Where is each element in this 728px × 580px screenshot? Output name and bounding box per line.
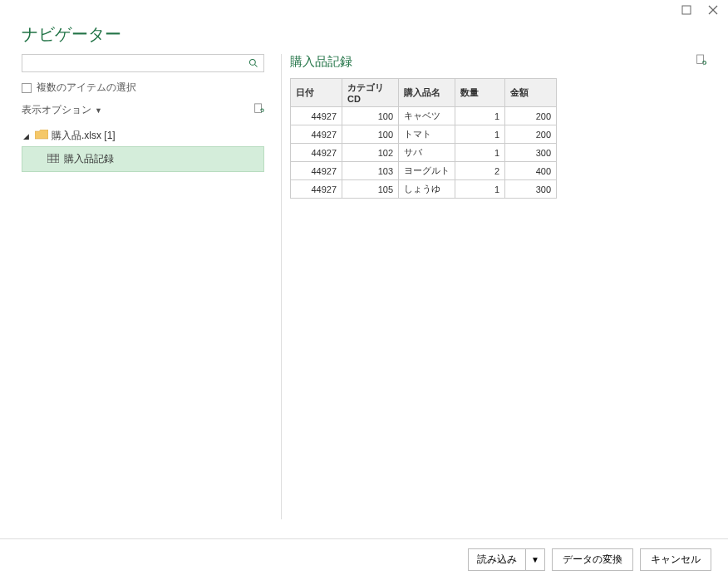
multiselect-label: 複数のアイテムの選択 bbox=[37, 81, 136, 95]
svg-rect-5 bbox=[255, 104, 262, 113]
svg-rect-0 bbox=[682, 6, 691, 14]
chevron-down-icon: ▼ bbox=[95, 106, 102, 115]
col-header-date: 日付 bbox=[291, 79, 342, 107]
display-options-dropdown[interactable]: 表示オプション ▼ bbox=[22, 103, 102, 117]
checkbox-icon bbox=[22, 83, 32, 93]
refresh-icon[interactable] bbox=[253, 103, 264, 117]
svg-point-3 bbox=[250, 60, 256, 66]
cancel-button[interactable]: キャンセル bbox=[640, 548, 711, 571]
load-button[interactable]: 読み込み bbox=[468, 548, 526, 571]
search-box[interactable] bbox=[22, 54, 264, 72]
svg-line-4 bbox=[255, 65, 258, 67]
cell-name: サバ bbox=[399, 144, 455, 162]
table-row: 44927100トマト1200 bbox=[291, 125, 557, 144]
folder-icon bbox=[35, 130, 48, 142]
cell-qty: 2 bbox=[455, 162, 505, 180]
col-header-amount: 金額 bbox=[505, 79, 557, 107]
cell-category: 103 bbox=[342, 162, 399, 180]
tree-file-node[interactable]: ◢ 購入品.xlsx [1] bbox=[22, 125, 264, 146]
table-header-row: 日付 カテゴリCD 購入品名 数量 金額 bbox=[291, 79, 557, 107]
svg-rect-7 bbox=[47, 154, 59, 163]
tree-file-label: 購入品.xlsx [1] bbox=[52, 129, 116, 143]
search-input[interactable] bbox=[22, 56, 243, 71]
cell-qty: 1 bbox=[455, 107, 505, 125]
cell-amount: 400 bbox=[505, 162, 557, 180]
cell-name: ヨーグルト bbox=[399, 162, 455, 180]
cell-date: 44927 bbox=[291, 107, 342, 125]
cell-category: 100 bbox=[342, 107, 399, 125]
cell-qty: 1 bbox=[455, 144, 505, 162]
cell-date: 44927 bbox=[291, 162, 342, 180]
tree-table-label: 購入品記録 bbox=[64, 152, 114, 166]
cell-amount: 200 bbox=[505, 125, 557, 144]
cell-name: トマト bbox=[399, 125, 455, 144]
cell-name: しょうゆ bbox=[399, 180, 455, 199]
cell-category: 100 bbox=[342, 125, 399, 144]
table-row: 44927102サバ1300 bbox=[291, 144, 557, 162]
table-row: 44927105しょうゆ1300 bbox=[291, 180, 557, 199]
dialog-title: ナビゲーター bbox=[22, 23, 706, 46]
preview-table: 日付 カテゴリCD 購入品名 数量 金額 44927100キャベツ1200449… bbox=[290, 78, 557, 199]
preview-refresh-icon[interactable] bbox=[695, 54, 706, 70]
cell-qty: 1 bbox=[455, 180, 505, 199]
cell-date: 44927 bbox=[291, 144, 342, 162]
cell-amount: 300 bbox=[505, 144, 557, 162]
search-icon[interactable] bbox=[243, 58, 263, 68]
table-row: 44927100キャベツ1200 bbox=[291, 107, 557, 125]
col-header-name: 購入品名 bbox=[399, 79, 455, 107]
maximize-icon[interactable] bbox=[681, 5, 693, 17]
cell-category: 105 bbox=[342, 180, 399, 199]
cell-date: 44927 bbox=[291, 180, 342, 199]
load-dropdown-button[interactable]: ▼ bbox=[526, 548, 545, 571]
transform-button[interactable]: データの変換 bbox=[552, 548, 633, 571]
cell-name: キャベツ bbox=[399, 107, 455, 125]
table-row: 44927103ヨーグルト2400 bbox=[291, 162, 557, 180]
pane-divider bbox=[281, 54, 282, 519]
close-icon[interactable] bbox=[708, 5, 720, 17]
load-button-group: 読み込み ▼ bbox=[468, 548, 545, 571]
preview-title: 購入品記録 bbox=[290, 54, 352, 70]
tree-table-node[interactable]: 購入品記録 bbox=[22, 146, 264, 172]
cell-date: 44927 bbox=[291, 125, 342, 144]
table-icon bbox=[47, 154, 59, 165]
display-options-label: 表示オプション bbox=[22, 103, 91, 117]
cell-amount: 300 bbox=[505, 180, 557, 199]
cell-category: 102 bbox=[342, 144, 399, 162]
multiselect-checkbox[interactable]: 複数のアイテムの選択 bbox=[22, 81, 264, 95]
cell-qty: 1 bbox=[455, 125, 505, 144]
col-header-category: カテゴリCD bbox=[342, 79, 399, 107]
col-header-qty: 数量 bbox=[455, 79, 505, 107]
cell-amount: 200 bbox=[505, 107, 557, 125]
collapse-icon[interactable]: ◢ bbox=[23, 132, 32, 140]
